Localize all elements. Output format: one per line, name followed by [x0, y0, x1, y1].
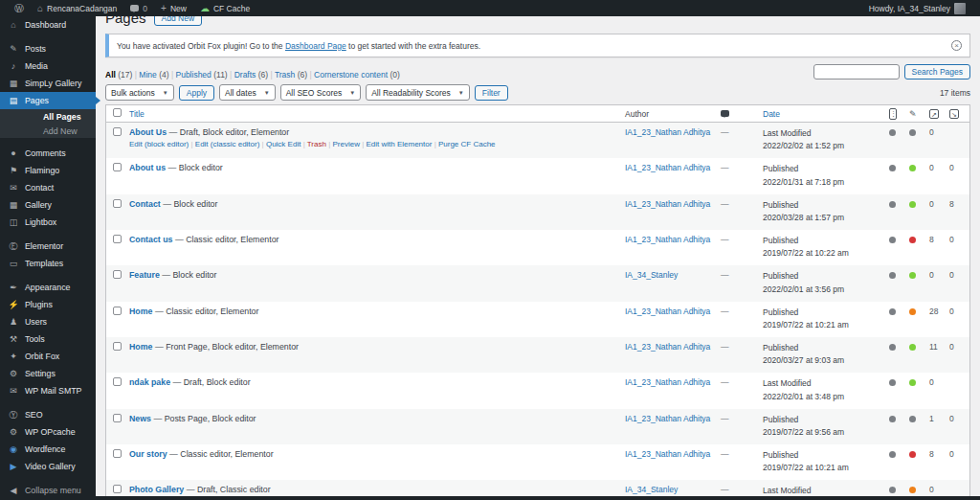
bulk-actions-select[interactable]: Bulk actions ▼	[105, 84, 174, 101]
page-title-link[interactable]: Home	[129, 342, 152, 352]
admin-bar-account[interactable]: Howdy, IA_34_Stanley	[862, 0, 972, 16]
sidebar-item[interactable]	[0, 231, 96, 238]
sidebar-item[interactable]: WP OPcache	[0, 423, 96, 441]
sidebar-item[interactable]: Contact	[0, 179, 96, 196]
row-action-link[interactable]: Edit with Elementor	[362, 140, 432, 148]
sidebar-item[interactable]: Templates	[0, 255, 96, 272]
view-filter-link[interactable]: All (17)	[105, 70, 132, 80]
row-checkbox[interactable]	[113, 449, 122, 458]
sidebar-item[interactable]: Collapse menu	[0, 482, 96, 499]
author-link[interactable]: IA1_23_Nathan Adhitya	[625, 163, 710, 172]
row-action-link[interactable]: Edit (block editor)	[129, 140, 189, 148]
apply-button[interactable]: Apply	[179, 85, 214, 101]
sidebar-item[interactable]: Plugins	[0, 296, 96, 313]
column-comments[interactable]	[721, 109, 763, 119]
view-filter-link[interactable]: Published (11)	[171, 70, 228, 80]
wordpress-logo-icon[interactable]: Ⓦ	[8, 0, 31, 16]
comment-count: —	[721, 270, 729, 280]
author-link[interactable]: IA1_23_Nathan Adhitya	[625, 127, 710, 137]
page-title-link[interactable]: Feature	[129, 270, 160, 280]
author-link[interactable]: IA1_23_Nathan Adhitya	[625, 449, 710, 459]
author-link[interactable]: IA1_23_Nathan Adhitya	[625, 414, 710, 423]
author-link[interactable]: IA1_23_Nathan Adhitya	[625, 199, 710, 209]
row-checkbox[interactable]	[113, 235, 122, 243]
dismiss-notice-icon[interactable]: ×	[951, 40, 962, 51]
column-title[interactable]: Title	[129, 109, 625, 119]
page-title-link[interactable]: Photo Gallery	[129, 485, 184, 494]
sidebar-item[interactable]	[0, 399, 96, 406]
row-action-link[interactable]: Purge CF Cache	[434, 140, 496, 148]
admin-bar-site-name[interactable]: ⌂ RencanaCadangan	[31, 0, 123, 16]
dates-select[interactable]: All dates ▼	[219, 84, 276, 101]
view-filter-link[interactable]: Mine (4)	[135, 70, 169, 80]
column-date[interactable]: Date	[763, 109, 889, 119]
sidebar-item[interactable]: Video Gallery	[0, 458, 96, 475]
author-link[interactable]: IA1_23_Nathan Adhitya	[625, 235, 710, 244]
sidebar-item[interactable]: Add New	[0, 124, 96, 138]
view-filter-link[interactable]: Cornerstone content (0)	[309, 70, 399, 80]
row-checkbox[interactable]	[113, 307, 122, 315]
view-filter-link[interactable]: Drafts (6)	[230, 70, 268, 80]
sidebar-item[interactable]: Dashboard	[0, 16, 96, 34]
sidebar-item[interactable]	[0, 272, 96, 279]
author-link[interactable]: IA1_23_Nathan Adhitya	[625, 342, 710, 352]
sidebar-item[interactable]: Tools	[0, 330, 96, 348]
page-title-link[interactable]: Contact us	[129, 235, 172, 244]
sidebar-item[interactable]: Elementor	[0, 238, 96, 255]
sidebar-item[interactable]: Gallery	[0, 196, 96, 214]
sidebar-item[interactable]: Settings	[0, 365, 96, 382]
row-checkbox[interactable]	[113, 377, 122, 386]
author-link[interactable]: IA1_23_Nathan Adhitya	[625, 377, 710, 387]
row-checkbox-cell	[106, 235, 129, 260]
row-action-link[interactable]: Quick Edit	[262, 140, 301, 148]
sidebar-item[interactable]: Pages	[0, 92, 96, 109]
sidebar-item[interactable]	[0, 34, 96, 40]
sidebar-item[interactable]: Appearance	[0, 279, 96, 296]
row-checkbox[interactable]	[113, 199, 122, 208]
select-all-checkbox[interactable]	[113, 108, 122, 117]
sidebar-item[interactable]: SEO	[0, 406, 96, 423]
view-filter-link[interactable]: Trash (6)	[270, 70, 307, 80]
row-checkbox[interactable]	[113, 127, 122, 136]
sidebar-item[interactable]: Comments	[0, 145, 96, 162]
page-title-link[interactable]: ndak pake	[129, 377, 170, 387]
row-action-link[interactable]: Trash	[303, 140, 326, 148]
page-title-link[interactable]: Contact	[129, 199, 161, 209]
row-action-link[interactable]: Preview	[328, 140, 360, 148]
filter-button[interactable]: Filter	[475, 85, 508, 101]
sidebar-item[interactable]	[0, 138, 96, 145]
sidebar-item[interactable]: Orbit Fox	[0, 348, 96, 365]
sidebar-item[interactable]: All Pages	[0, 109, 96, 124]
page-title-link[interactable]: About Us	[129, 127, 167, 137]
admin-bar-cf-cache[interactable]: ☁ CF Cache	[193, 0, 256, 16]
row-checkbox[interactable]	[113, 270, 122, 279]
page-title-link[interactable]: About us	[129, 163, 166, 172]
sidebar-item[interactable]: Media	[0, 57, 96, 75]
sidebar-item[interactable]: Lightbox	[0, 214, 96, 231]
admin-bar-new[interactable]: + New	[154, 0, 193, 16]
page-title-link[interactable]: News	[129, 414, 151, 423]
seo-scores-select[interactable]: All SEO Scores ▼	[280, 84, 362, 101]
row-checkbox[interactable]	[113, 163, 122, 171]
sidebar-item[interactable]: Posts	[0, 40, 96, 57]
page-title-link[interactable]: Home	[129, 307, 152, 316]
sidebar-item[interactable]: SimpLy Gallery	[0, 75, 96, 92]
author-link[interactable]: IA1_23_Nathan Adhitya	[625, 307, 710, 316]
admin-bar-comments[interactable]: 0	[123, 0, 154, 16]
sidebar-item[interactable]: WP Mail SMTP	[0, 382, 96, 399]
dashboard-page-link[interactable]: Dashboard Page	[285, 41, 346, 51]
page-title-link[interactable]: Our story	[129, 449, 167, 459]
author-link[interactable]: IA_34_Stanley	[625, 485, 678, 494]
search-pages-button[interactable]: Search Pages	[904, 64, 970, 80]
sidebar-item[interactable]: Wordfence	[0, 441, 96, 458]
sidebar-item[interactable]: Flamingo	[0, 162, 96, 179]
row-checkbox[interactable]	[113, 485, 122, 493]
row-checkbox[interactable]	[113, 414, 122, 422]
readability-scores-select[interactable]: All Readability Scores ▼	[366, 84, 470, 101]
author-link[interactable]: IA_34_Stanley	[625, 270, 678, 280]
row-checkbox[interactable]	[113, 342, 122, 351]
outgoing-links-cell: 0	[929, 377, 949, 402]
row-action-link[interactable]: Edit (classic editor)	[190, 140, 259, 148]
search-input[interactable]	[813, 64, 900, 80]
sidebar-item[interactable]: Users	[0, 313, 96, 330]
